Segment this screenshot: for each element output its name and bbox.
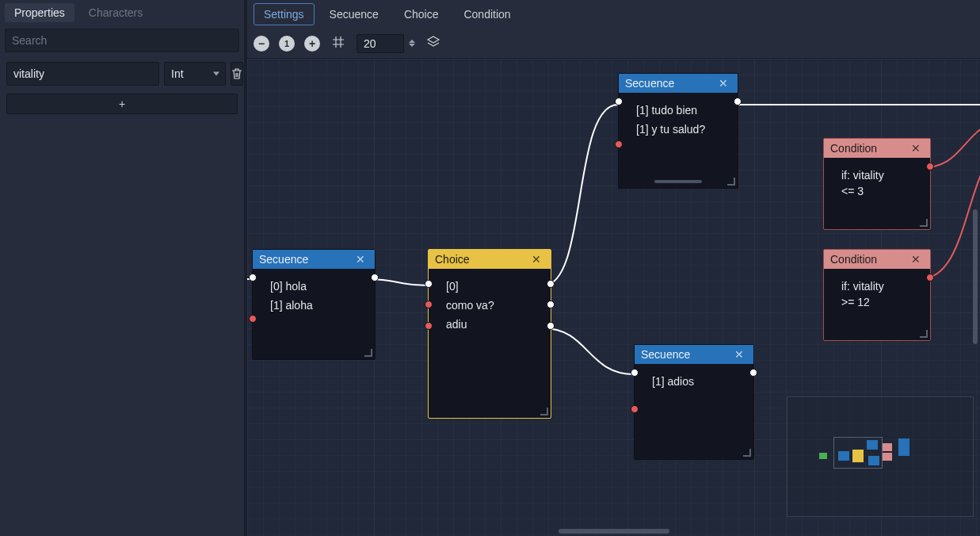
port-out-red[interactable] — [926, 274, 934, 281]
layers-icon — [426, 35, 440, 49]
node-title[interactable]: Secuence ✕ — [619, 74, 738, 93]
close-icon[interactable]: ✕ — [353, 253, 368, 266]
minimap-node — [819, 453, 827, 459]
minimap-node — [883, 443, 892, 451]
node-scrollbar[interactable] — [654, 180, 702, 183]
tab-settings[interactable]: Settings — [254, 3, 315, 25]
property-type-select[interactable] — [164, 62, 226, 86]
chevron-down-icon[interactable] — [409, 44, 415, 47]
close-icon[interactable]: ✕ — [731, 348, 747, 361]
port-in-red[interactable] — [425, 301, 433, 308]
port-out[interactable] — [734, 98, 742, 105]
node-title[interactable]: Condition ✕ — [824, 139, 930, 158]
port-in[interactable] — [249, 274, 257, 281]
port-out[interactable] — [547, 322, 555, 330]
minimap-node — [867, 440, 878, 450]
node-line: <= 3 — [833, 185, 921, 201]
port-out[interactable] — [371, 274, 379, 281]
node-secuence-1[interactable]: Secuence ✕ [0] hola [1] aloha — [252, 249, 376, 360]
node-title-label: Secuence — [625, 77, 674, 90]
main-panel: Settings Secuence Choice Condition − 1 + — [247, 0, 980, 536]
node-title[interactable]: Secuence ✕ — [635, 345, 753, 364]
close-icon[interactable]: ✕ — [908, 142, 924, 155]
port-out[interactable] — [547, 301, 555, 308]
vertical-scrollbar[interactable] — [973, 209, 978, 344]
node-condition-2[interactable]: Condition ✕ if: vitality >= 12 — [823, 249, 931, 341]
minimap-node — [898, 438, 909, 456]
grid-size-spinner[interactable] — [409, 40, 415, 47]
resize-handle[interactable] — [920, 330, 928, 338]
node-title-label: Secuence — [259, 253, 308, 266]
node-condition-1[interactable]: Condition ✕ if: vitality <= 3 — [823, 138, 931, 230]
minimap-node — [852, 450, 864, 462]
chevron-up-icon[interactable] — [409, 40, 415, 43]
port-in-red[interactable] — [631, 405, 639, 413]
tab-characters[interactable]: Characters — [79, 3, 152, 22]
port-out-red[interactable] — [926, 163, 934, 170]
node-line: como va? — [438, 296, 541, 315]
resize-handle[interactable] — [920, 219, 928, 227]
node-title-label: Condition — [830, 253, 877, 266]
node-line: [1] adios — [644, 372, 744, 391]
node-line: [1] aloha — [262, 296, 365, 315]
tab-properties[interactable]: Properties — [5, 3, 74, 22]
port-in[interactable] — [615, 98, 623, 105]
property-name-input[interactable] — [6, 62, 159, 86]
zoom-out-button[interactable]: − — [254, 36, 269, 52]
node-choice[interactable]: Choice ✕ [0] como va? adiu — [428, 249, 551, 419]
close-icon[interactable]: ✕ — [908, 253, 924, 266]
add-property-button[interactable]: + — [6, 94, 238, 114]
sidebar: Properties Characters + — [0, 0, 244, 536]
port-in-red[interactable] — [615, 140, 623, 148]
node-title[interactable]: Choice ✕ — [429, 250, 551, 269]
node-line: [0] — [438, 277, 541, 296]
grid-size-input[interactable] — [357, 34, 404, 53]
resize-handle[interactable] — [743, 449, 751, 457]
resize-handle[interactable] — [540, 408, 548, 415]
snap-toggle-button[interactable] — [330, 33, 347, 53]
sidebar-tabs: Properties Characters — [0, 0, 244, 25]
node-line: [1] y tu salud? — [628, 120, 728, 139]
port-in-red[interactable] — [249, 315, 257, 323]
horizontal-scrollbar[interactable] — [559, 529, 669, 534]
minimap[interactable] — [787, 396, 974, 517]
layout-button[interactable] — [425, 33, 442, 53]
node-line: if: vitality — [833, 277, 921, 296]
tab-secuence[interactable]: Secuence — [319, 3, 389, 25]
minimap-node — [883, 453, 892, 461]
node-title[interactable]: Condition ✕ — [824, 250, 930, 269]
minimap-node — [868, 456, 879, 465]
canvas-toolbar: − 1 + — [247, 29, 980, 59]
minimap-node — [838, 451, 849, 461]
graph-canvas[interactable]: Secuence ✕ [0] hola [1] aloha Choice ✕ — [247, 59, 980, 536]
node-title-label: Secuence — [641, 348, 690, 361]
node-line: [1] tudo bien — [628, 101, 728, 120]
node-line: adiu — [438, 315, 541, 334]
search-input[interactable] — [5, 29, 239, 52]
node-title-label: Condition — [830, 142, 877, 155]
trash-icon — [231, 67, 242, 80]
port-in[interactable] — [631, 369, 639, 377]
property-row — [0, 56, 244, 89]
node-secuence-2[interactable]: Secuence ✕ [1] tudo bien [1] y tu salud? — [618, 73, 738, 189]
close-icon[interactable]: ✕ — [528, 253, 544, 266]
port-in-red[interactable] — [425, 322, 433, 330]
snap-icon — [331, 35, 345, 49]
close-icon[interactable]: ✕ — [715, 77, 731, 90]
node-secuence-3[interactable]: Secuence ✕ [1] adios — [634, 344, 754, 460]
tab-choice[interactable]: Choice — [394, 3, 449, 25]
resize-handle[interactable] — [364, 349, 372, 357]
node-title[interactable]: Secuence ✕ — [253, 250, 375, 269]
tab-condition[interactable]: Condition — [453, 3, 521, 25]
resize-handle[interactable] — [727, 178, 735, 186]
node-line: if: vitality — [833, 166, 921, 185]
port-out[interactable] — [749, 369, 757, 377]
port-out[interactable] — [547, 280, 555, 288]
port-in[interactable] — [425, 280, 433, 288]
node-line: >= 12 — [833, 296, 921, 312]
delete-property-button[interactable] — [231, 62, 243, 86]
zoom-in-button[interactable]: + — [304, 36, 320, 52]
node-line: [0] hola — [262, 277, 365, 296]
zoom-reset-button[interactable]: 1 — [279, 36, 295, 52]
top-tabs: Settings Secuence Choice Condition — [247, 0, 980, 29]
